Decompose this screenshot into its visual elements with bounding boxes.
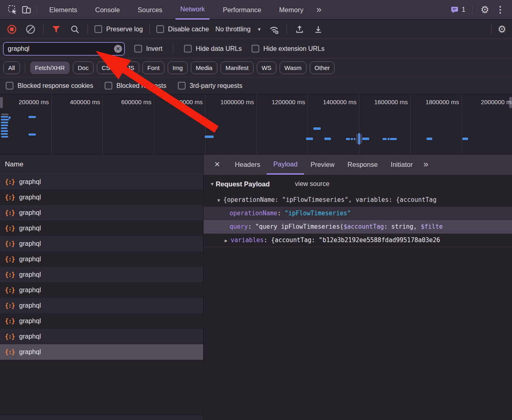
checkbox-box[interactable] (105, 82, 112, 90)
chip-fetch-xhr[interactable]: Fetch/XHR (30, 61, 70, 74)
request-bar (1, 116, 8, 118)
request-bar (351, 138, 353, 140)
details-tab-headers[interactable]: Headers (228, 155, 267, 175)
request-bar (358, 133, 360, 144)
payload-variables-row[interactable]: ▶variables: {accountTag: "b12e3b2192ee55… (203, 234, 512, 247)
disable-cache-checkbox[interactable]: Disable cache (156, 25, 209, 33)
request-name: graphql (19, 271, 41, 278)
horizontal-scrollbar-track[interactable] (0, 415, 203, 420)
request-name: graphql (19, 256, 41, 263)
third-party-requests-checkbox[interactable]: 3rd-party requests (178, 82, 243, 90)
checkbox-box[interactable] (6, 82, 13, 90)
request-row[interactable]: {:}graphql (0, 298, 203, 313)
settings-gear-icon[interactable]: ⚙ (480, 5, 489, 15)
json-braces-icon: {:} (5, 178, 15, 186)
request-bar (390, 138, 397, 140)
timeline-tick-label: 2000000 ms (462, 98, 512, 107)
filter-icon-button[interactable] (50, 23, 62, 35)
request-row[interactable]: {:}graphql (0, 190, 203, 205)
blocked-response-cookies-label: Blocked response cookies (18, 82, 93, 90)
name-column-header[interactable]: Name (0, 155, 203, 174)
expand-triangle-icon[interactable]: ▼ (217, 198, 220, 203)
request-bar (1, 127, 7, 129)
import-har-icon[interactable] (293, 23, 306, 35)
request-row[interactable]: {:}graphql (0, 282, 203, 298)
tab-performance[interactable]: Performance (218, 0, 266, 20)
json-braces-icon: {:} (5, 317, 15, 325)
checkbox-box[interactable] (94, 25, 102, 33)
chip-js[interactable]: JS (123, 61, 140, 74)
request-bar (9, 116, 11, 119)
details-tab-response[interactable]: Response (341, 155, 384, 175)
tab-memory[interactable]: Memory (274, 0, 309, 20)
inspect-element-icon[interactable] (6, 3, 20, 17)
tab-elements[interactable]: Elements (44, 0, 82, 20)
blocked-response-cookies-checkbox[interactable]: Blocked response cookies (6, 82, 93, 90)
timeline-tick-label: 400000 ms (51, 98, 100, 107)
clear-filter-icon[interactable]: ✕ (114, 45, 122, 53)
search-icon-button[interactable] (69, 23, 81, 35)
chevron-down-icon: ▼ (257, 27, 262, 32)
request-row[interactable]: {:}graphql (0, 344, 203, 360)
request-row[interactable]: {:}graphql (0, 267, 203, 282)
expand-triangle-icon[interactable]: ▶ (225, 238, 228, 243)
record-network-log-button[interactable] (6, 23, 18, 35)
network-overview-timeline[interactable]: 200000 ms400000 ms600000 ms800000 ms1000… (0, 94, 512, 155)
request-row[interactable]: {:}graphql (0, 174, 203, 190)
request-row[interactable]: {:}graphql (0, 236, 203, 252)
request-row[interactable]: {:}graphql (0, 221, 203, 236)
chip-wasm[interactable]: Wasm (280, 61, 306, 74)
device-toolbar-icon[interactable] (20, 3, 33, 17)
invert-checkbox[interactable]: Invert (134, 45, 162, 52)
more-panels-icon[interactable]: » (312, 4, 325, 15)
request-row[interactable]: {:}graphql (0, 329, 203, 344)
menu-kebab-icon[interactable]: ⋮ (493, 4, 507, 15)
more-details-tabs-icon[interactable]: » (419, 159, 432, 170)
request-row[interactable]: {:}graphql (0, 252, 203, 267)
json-braces-icon: {:} (5, 225, 15, 232)
blocked-requests-checkbox[interactable]: Blocked requests (105, 82, 166, 90)
export-har-icon[interactable] (312, 23, 324, 35)
chip-media[interactable]: Media (191, 61, 217, 74)
request-bar (1, 133, 8, 135)
collapse-triangle-icon[interactable]: ▼ (210, 182, 214, 186)
filter-input[interactable] (3, 42, 125, 55)
payload-operation-row[interactable]: operationName: "ipFlowTimeseries" (203, 207, 512, 220)
issues-button[interactable]: 1 (450, 5, 466, 14)
chip-all[interactable]: All (3, 61, 20, 74)
chip-css[interactable]: CSS (97, 61, 119, 74)
details-tab-preview[interactable]: Preview (304, 155, 341, 175)
tab-network[interactable]: Network (175, 0, 210, 20)
checkbox-box[interactable] (184, 45, 192, 52)
checkbox-box[interactable] (252, 45, 259, 52)
chip-doc[interactable]: Doc (73, 61, 94, 74)
chip-manifest[interactable]: Manifest (221, 61, 254, 74)
hide-extension-urls-checkbox[interactable]: Hide extension URLs (252, 45, 324, 52)
divider (491, 24, 492, 35)
view-source-link[interactable]: view source (295, 180, 329, 188)
query-string-fragment: $accountTag (344, 223, 384, 230)
checkbox-box[interactable] (134, 45, 142, 52)
throttling-select[interactable]: No throttling ▼ (215, 26, 261, 33)
payload-query-row-selected[interactable]: query: "query ipFlowTimeseries($accountT… (203, 220, 512, 234)
payload-preview-row[interactable]: ▼{operationName: "ipFlowTimeseries", var… (203, 193, 512, 207)
checkbox-box[interactable] (156, 25, 164, 33)
checkbox-box[interactable] (178, 82, 186, 90)
hide-data-urls-label: Hide data URLs (196, 45, 242, 52)
hide-data-urls-checkbox[interactable]: Hide data URLs (184, 45, 242, 52)
network-settings-gear-icon[interactable]: ⚙ (497, 24, 506, 34)
request-row[interactable]: {:}graphql (0, 205, 203, 221)
network-conditions-icon[interactable] (268, 23, 280, 35)
details-tab-initiator[interactable]: Initiator (384, 155, 419, 175)
preserve-log-checkbox[interactable]: Preserve log (94, 25, 143, 33)
chip-img[interactable]: Img (168, 61, 188, 74)
request-row[interactable]: {:}graphql (0, 313, 203, 329)
close-details-icon[interactable]: ✕ (211, 160, 223, 169)
clear-network-log-button[interactable] (24, 23, 37, 35)
details-tab-payload[interactable]: Payload (267, 155, 304, 175)
tab-console[interactable]: Console (90, 0, 125, 20)
chip-other[interactable]: Other (310, 61, 335, 74)
chip-font[interactable]: Font (142, 61, 164, 74)
tab-sources[interactable]: Sources (133, 0, 167, 20)
chip-ws[interactable]: WS (257, 61, 276, 74)
